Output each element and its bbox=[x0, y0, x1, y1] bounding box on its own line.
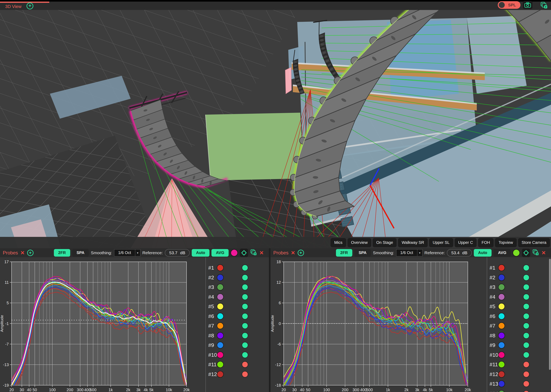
probe-status-dot[interactable] bbox=[523, 313, 530, 319]
spa-mode-button[interactable]: SPA bbox=[72, 249, 89, 257]
probe-status-dot[interactable] bbox=[523, 381, 530, 387]
probe-curve-color-dot[interactable] bbox=[217, 342, 224, 349]
tab-3d-view[interactable]: 3D View bbox=[5, 4, 21, 9]
probe-status-dot[interactable] bbox=[242, 284, 248, 290]
probe-curve-color-dot[interactable] bbox=[498, 264, 505, 271]
probe-status-dot[interactable] bbox=[523, 352, 530, 358]
3d-viewport[interactable]: MicsOverviewOn StageWalkway SRUpper SLUp… bbox=[0, 10, 551, 248]
camera-preset-on-stage[interactable]: On Stage bbox=[373, 238, 397, 247]
probe-status-dot[interactable] bbox=[242, 313, 248, 319]
probe-status-dot[interactable] bbox=[242, 332, 248, 339]
probe-curve-color-dot[interactable] bbox=[498, 313, 505, 320]
tab-probes[interactable]: Probes bbox=[273, 250, 289, 256]
probe-status-dot[interactable] bbox=[242, 361, 248, 368]
probe-status-dot[interactable] bbox=[523, 303, 530, 310]
probe-curve-color-dot[interactable] bbox=[217, 332, 224, 339]
probe-curve-color-dot[interactable] bbox=[217, 264, 224, 271]
probe-curve-color-dot[interactable] bbox=[498, 351, 505, 358]
probe-curve-color-dot[interactable] bbox=[217, 351, 224, 358]
duplicate-view-button[interactable] bbox=[540, 2, 548, 9]
probe-status-dot[interactable] bbox=[242, 371, 248, 378]
probe-curve-color-dot[interactable] bbox=[217, 313, 224, 320]
legend-scrollbar[interactable] bbox=[549, 259, 551, 370]
fr-mode-button[interactable]: 2FR bbox=[54, 249, 70, 257]
camera-preset-overview[interactable]: Overview bbox=[347, 238, 371, 247]
probe-status-dot[interactable] bbox=[523, 323, 530, 329]
camera-preset-topview[interactable]: Topview bbox=[495, 238, 516, 247]
legend-row: #1 bbox=[206, 263, 269, 273]
smoothing-select[interactable]: 1/6 Oct bbox=[396, 249, 417, 256]
add-probe-button[interactable]: + bbox=[298, 250, 304, 256]
probe-curve-color-dot[interactable] bbox=[498, 371, 505, 378]
camera-preset-store-camera[interactable]: Store Camera bbox=[518, 238, 550, 247]
x-axis-tick-label: 4k bbox=[144, 388, 148, 392]
probe-status-dot[interactable] bbox=[242, 265, 248, 271]
probe-curve-color-dot[interactable] bbox=[217, 284, 224, 291]
probe-curve-color-dot[interactable] bbox=[498, 361, 505, 368]
close-panel-icon[interactable]: ✕ bbox=[259, 250, 264, 255]
close-tab-icon[interactable]: ✕ bbox=[20, 250, 25, 255]
probe-curve-color-dot[interactable] bbox=[498, 332, 505, 339]
probe-color-dot[interactable] bbox=[231, 249, 238, 256]
locate-probe-button[interactable] bbox=[240, 249, 248, 257]
auto-button[interactable]: Auto bbox=[474, 249, 492, 257]
probe-status-dot[interactable] bbox=[242, 274, 248, 281]
probe-status-dot[interactable] bbox=[242, 303, 248, 310]
locate-probe-button[interactable] bbox=[522, 249, 530, 257]
camera-preset-walkway-sr[interactable]: Walkway SR bbox=[398, 238, 428, 247]
probe-curve-color-dot[interactable] bbox=[498, 380, 505, 387]
reference-field[interactable]: 53.7 dB bbox=[165, 249, 190, 257]
close-tab-icon[interactable]: ✕ bbox=[290, 250, 296, 255]
probe-status-dot[interactable] bbox=[242, 323, 248, 329]
avg-button[interactable]: AVG bbox=[212, 249, 229, 257]
duplicate-probe-button[interactable] bbox=[532, 249, 539, 256]
probe-curve-color-dot[interactable] bbox=[217, 303, 224, 310]
probe-status-dot[interactable] bbox=[523, 332, 530, 339]
probe-curve-color-dot[interactable] bbox=[498, 294, 505, 300]
probe-curve-color-dot[interactable] bbox=[498, 274, 505, 281]
probe-status-dot[interactable] bbox=[523, 342, 530, 348]
probe-curve-color-dot[interactable] bbox=[217, 322, 224, 329]
probe-curve-color-dot[interactable] bbox=[498, 390, 505, 392]
probe-status-dot[interactable] bbox=[523, 361, 530, 368]
probe-status-dot[interactable] bbox=[523, 294, 530, 300]
probe-status-dot[interactable] bbox=[523, 274, 530, 281]
probe-curve-color-dot[interactable] bbox=[498, 322, 505, 329]
duplicate-probe-button[interactable] bbox=[250, 249, 257, 256]
probe-status-dot[interactable] bbox=[523, 265, 530, 271]
chevron-down-icon[interactable]: ▾ bbox=[417, 249, 423, 256]
add-probe-button[interactable]: + bbox=[27, 250, 34, 256]
probe-curve-color-dot[interactable] bbox=[498, 342, 505, 349]
probe-status-dot[interactable] bbox=[242, 352, 248, 358]
auto-button[interactable]: Auto bbox=[192, 249, 210, 257]
add-view-button[interactable] bbox=[27, 3, 33, 9]
x-axis-tick-label: 2k bbox=[404, 388, 409, 392]
spa-mode-button[interactable]: SPA bbox=[354, 249, 371, 257]
spl-toggle[interactable]: SPL bbox=[498, 1, 521, 9]
probe-curve-color-dot[interactable] bbox=[498, 284, 505, 291]
screenshot-button[interactable] bbox=[523, 1, 532, 9]
camera-preset-upper-sl[interactable]: Upper SL bbox=[429, 238, 453, 247]
probe-status-dot[interactable] bbox=[523, 371, 530, 378]
probe-status-dot[interactable] bbox=[242, 342, 248, 348]
fr-mode-button[interactable]: 2FR bbox=[336, 249, 352, 257]
x-axis-tick-label: 10k bbox=[166, 388, 172, 392]
avg-button[interactable]: AVG bbox=[494, 249, 511, 257]
probe-color-dot[interactable] bbox=[513, 249, 520, 256]
camera-preset-mics[interactable]: Mics bbox=[331, 238, 346, 247]
chevron-down-icon[interactable]: ▾ bbox=[135, 249, 141, 256]
probe-status-dot[interactable] bbox=[242, 294, 248, 300]
reference-field[interactable]: 53.4 dB bbox=[447, 249, 472, 257]
probe-curve-color-dot[interactable] bbox=[217, 274, 224, 281]
tab-probes[interactable]: Probes bbox=[3, 250, 18, 256]
probe-curve-color-dot[interactable] bbox=[217, 371, 224, 378]
probe-status-dot[interactable] bbox=[523, 284, 530, 290]
camera-preset-foh[interactable]: FOH bbox=[478, 238, 494, 247]
probe-status-dot[interactable] bbox=[523, 390, 530, 392]
close-panel-icon[interactable]: ✕ bbox=[541, 250, 546, 255]
smoothing-select[interactable]: 1/6 Oct bbox=[114, 249, 135, 256]
probe-curve-color-dot[interactable] bbox=[217, 361, 224, 368]
camera-preset-upper-c[interactable]: Upper C bbox=[455, 238, 477, 247]
probe-curve-color-dot[interactable] bbox=[498, 303, 505, 310]
probe-curve-color-dot[interactable] bbox=[217, 294, 224, 300]
